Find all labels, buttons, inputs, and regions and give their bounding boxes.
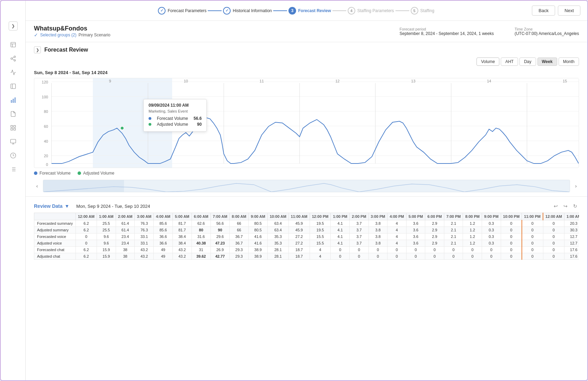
col-header-10am: 10:00 AM	[267, 213, 288, 220]
sidebar-item-share[interactable]	[9, 55, 17, 62]
cell-3-24: 0	[543, 240, 564, 247]
cell-4-18: 0	[425, 247, 444, 253]
btn-aht[interactable]: AHT	[501, 57, 518, 66]
btn-month[interactable]: Month	[559, 57, 579, 66]
col-header-1am: 1:00 AM	[97, 213, 116, 220]
cell-5-14: 0	[349, 253, 368, 260]
review-data-title[interactable]: Review Data ▼	[34, 203, 69, 209]
cell-2-9: 41.6	[249, 233, 268, 240]
cell-0-13: 4.1	[331, 220, 350, 227]
cell-4-5: 43.2	[173, 247, 192, 253]
cell-5-9: 38.9	[249, 253, 268, 260]
scroll-track[interactable]	[43, 180, 570, 192]
col-header-8am: 8:00 AM	[230, 213, 249, 220]
col-header-8pm: 8:00 PM	[463, 213, 482, 220]
sidebar-item-tools[interactable]	[9, 166, 17, 173]
cell-1-14: 3.7	[349, 227, 368, 233]
cell-4-12: 4	[310, 247, 331, 253]
wizard-step-2-circle: ✓	[223, 7, 231, 15]
col-header-3am: 3:00 AM	[135, 213, 154, 220]
svg-rect-15	[14, 129, 15, 130]
cell-3-15: 3.8	[368, 240, 387, 247]
timezone-label: Time Zone	[515, 27, 579, 31]
wizard-step-5-label: Staffing	[420, 8, 434, 13]
col-header-11am: 11:00 AM	[288, 213, 310, 220]
sidebar-toggle[interactable]: ❯	[9, 21, 18, 30]
mini-chart-svg	[43, 180, 570, 192]
cell-5-5: 43.2	[173, 253, 192, 260]
cell-2-6: 31.6	[191, 233, 211, 240]
cell-2-1: 9.6	[97, 233, 116, 240]
cell-1-3: 76.3	[135, 227, 154, 233]
cell-4-13: 0	[331, 247, 350, 253]
cell-2-3: 33.1	[135, 233, 154, 240]
wizard-step-4-label: Staffing Parameters	[357, 8, 394, 13]
svg-text:12: 12	[335, 79, 339, 83]
cell-0-8: 66	[230, 220, 249, 227]
cell-0-12: 19.5	[310, 220, 331, 227]
svg-rect-12	[11, 100, 12, 103]
cell-0-5: 81.7	[173, 220, 192, 227]
wizard-step-1[interactable]: ✓ Forecast Parameters	[158, 7, 206, 15]
scroll-left-arrow[interactable]: ‹	[34, 183, 40, 189]
wizard-step-3[interactable]: 3 Forecast Review	[288, 7, 331, 15]
cell-4-16: 0	[387, 247, 407, 253]
cell-4-25: 17.6	[564, 247, 579, 253]
section-toggle[interactable]: ❯	[34, 46, 41, 53]
svg-rect-17	[10, 139, 16, 143]
cell-5-1: 15.9	[97, 253, 116, 260]
chart-wrapper: 120 100 80 60 40 20 0	[34, 78, 579, 168]
cell-3-21: 0.3	[482, 240, 501, 247]
col-header-12pm: 12:00 PM	[310, 213, 331, 220]
cell-2-5: 38.4	[173, 233, 192, 240]
cell-3-18: 2.9	[425, 240, 444, 247]
cell-3-20: 1.2	[463, 240, 482, 247]
table-row: Forecasted voice09.623.433.136.638.431.6…	[34, 233, 579, 240]
wizard-step-4[interactable]: 4 Staffing Parameters	[348, 7, 394, 15]
cell-5-8: 29.3	[230, 253, 249, 260]
sidebar-item-chart[interactable]	[9, 96, 17, 104]
chart-toolbar: Volume AHT Day Week Month	[26, 56, 587, 69]
cell-5-4: 49	[154, 253, 173, 260]
svg-text:40: 40	[44, 139, 48, 143]
sidebar-item-grid[interactable]	[9, 124, 17, 132]
svg-text:20: 20	[44, 154, 48, 158]
refresh-button[interactable]: ↻	[571, 202, 579, 210]
svg-text:13: 13	[411, 79, 415, 83]
svg-rect-14	[14, 125, 15, 127]
cell-5-10: 28.1	[267, 253, 288, 260]
svg-rect-11	[13, 99, 14, 103]
next-button[interactable]: Next	[558, 6, 580, 16]
redo-button[interactable]: ↪	[562, 202, 569, 210]
wizard-step-2[interactable]: ✓ Historical Information	[223, 7, 272, 15]
sidebar-item-clock[interactable]	[9, 152, 17, 159]
cell-3-10: 35.3	[267, 240, 288, 247]
sidebar-item-document[interactable]	[9, 110, 17, 118]
cell-2-15: 3.8	[368, 233, 387, 240]
col-header-2pm: 2:00 PM	[349, 213, 368, 220]
cell-1-19: 2.1	[444, 227, 463, 233]
col-header-5pm: 5:00 PM	[406, 213, 425, 220]
btn-week[interactable]: Week	[537, 57, 557, 66]
tooltip-forecast-value: 56.6	[194, 116, 202, 121]
tooltip-subtitle: Marketing, Sales Event	[149, 109, 202, 113]
svg-rect-0	[11, 42, 16, 47]
btn-day[interactable]: Day	[519, 57, 536, 66]
table-scroll-container[interactable]: 12:00 AM 1:00 AM 2:00 AM 3:00 AM 4:00 AM…	[34, 213, 579, 260]
back-button[interactable]: Back	[532, 6, 555, 16]
cell-3-7: 47.23	[211, 240, 230, 247]
sidebar-item-display[interactable]	[9, 138, 17, 145]
wizard-step-3-circle: 3	[288, 7, 296, 15]
sidebar-item-reports[interactable]	[9, 41, 17, 48]
sidebar-item-list[interactable]	[9, 82, 17, 90]
sidebar-item-analytics[interactable]	[9, 69, 17, 76]
undo-button[interactable]: ↩	[552, 202, 560, 210]
chart-scroll-area: ‹ ›	[26, 178, 587, 194]
col-header-9am: 9:00 AM	[249, 213, 268, 220]
cell-2-22: 0	[501, 233, 522, 240]
btn-volume[interactable]: Volume	[476, 57, 499, 66]
cell-1-4: 85.6	[154, 227, 173, 233]
wizard-step-5[interactable]: 5 Staffing	[411, 7, 434, 15]
scroll-right-arrow[interactable]: ›	[573, 183, 579, 189]
svg-rect-10	[15, 98, 15, 103]
